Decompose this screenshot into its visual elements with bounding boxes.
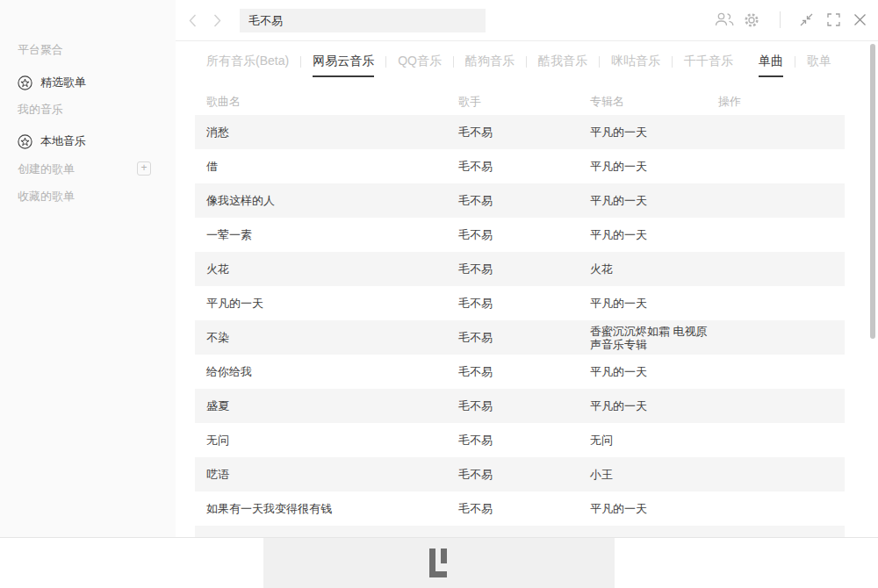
artist-name: 毛不易 [458, 159, 590, 175]
album-name: 平凡的一天 [590, 297, 718, 310]
tabs-row: 所有音乐(Beta)网易云音乐QQ音乐酷狗音乐酷我音乐咪咕音乐千千音乐 单曲歌单 [206, 54, 843, 77]
tab-platform-4[interactable]: 酷我音乐 [538, 54, 587, 77]
album-name: 无问 [590, 434, 718, 447]
tab-divider [795, 56, 795, 68]
sidebar-item-featured-playlists[interactable]: 精选歌单 [18, 75, 86, 90]
type-tabs: 单曲歌单 [759, 54, 843, 77]
sidebar-item-favorited-playlists[interactable]: 收藏的歌单 [18, 189, 75, 204]
star-circle-icon [18, 75, 40, 90]
album-name: 平凡的一天 [590, 365, 718, 378]
album-name: 平凡的一天 [590, 194, 718, 207]
artist-name: 毛不易 [458, 330, 590, 346]
album-name: 小王 [590, 468, 718, 481]
tab-platform-2[interactable]: QQ音乐 [398, 54, 442, 77]
table-row-partial[interactable] [195, 526, 845, 537]
users-icon[interactable] [715, 11, 735, 32]
song-name: 如果有一天我变得很有钱 [195, 501, 458, 517]
sidebar-item-created-playlists[interactable]: 创建的歌单 [18, 161, 75, 177]
tab-platform-0[interactable]: 所有音乐(Beta) [206, 54, 289, 77]
back-icon[interactable] [188, 13, 198, 32]
tab-type-1[interactable]: 歌单 [807, 54, 831, 77]
song-name: 不染 [195, 330, 458, 346]
artist-name: 毛不易 [458, 262, 590, 277]
tab-divider [672, 56, 673, 68]
tab-type-0[interactable]: 单曲 [759, 54, 783, 77]
search-input[interactable] [240, 9, 486, 32]
artist-name: 毛不易 [458, 364, 590, 380]
header-artist: 歌手 [458, 94, 590, 110]
album-name: 平凡的一天 [590, 399, 718, 412]
song-name: 像我这样的人 [195, 193, 458, 209]
album-name: 火花 [590, 262, 718, 276]
tab-divider [300, 56, 301, 68]
artist-name: 毛不易 [458, 296, 590, 312]
table-row[interactable]: 像我这样的人毛不易平凡的一天 [195, 183, 845, 218]
tab-divider [453, 56, 454, 68]
song-name: 无问 [195, 433, 458, 448]
album-name: 香蜜沉沉烬如霜 电视原声音乐专辑 [590, 325, 718, 351]
album-name: 平凡的一天 [590, 160, 718, 173]
tab-platform-6[interactable]: 千千音乐 [684, 54, 733, 77]
track-table: 歌曲名 歌手 专辑名 操作 消愁毛不易平凡的一天借毛不易平凡的一天像我这样的人毛… [195, 88, 845, 537]
song-name: 消愁 [195, 125, 458, 140]
table-row[interactable]: 不染毛不易香蜜沉沉烬如霜 电视原声音乐专辑 [195, 320, 845, 355]
header-song: 歌曲名 [195, 94, 458, 110]
table-row[interactable]: 盛夏毛不易平凡的一天 [195, 389, 845, 423]
player-bar: 词 [0, 537, 878, 588]
vertical-scrollbar[interactable] [870, 44, 875, 339]
tab-divider [599, 56, 600, 68]
track-table-body: 消愁毛不易平凡的一天借毛不易平凡的一天像我这样的人毛不易平凡的一天一荤一素毛不易… [195, 115, 845, 526]
topbar-divider [780, 11, 781, 28]
tab-platform-1[interactable]: 网易云音乐 [313, 54, 374, 77]
gear-icon[interactable] [743, 11, 760, 32]
table-header: 歌曲名 歌手 专辑名 操作 [195, 88, 845, 115]
artist-name: 毛不易 [458, 193, 590, 209]
close-icon[interactable] [853, 13, 867, 30]
star-circle-icon [18, 134, 40, 149]
artist-name: 毛不易 [458, 433, 590, 448]
collapse-icon[interactable] [799, 12, 814, 31]
table-row[interactable]: 呓语毛不易小王 [195, 457, 845, 491]
table-row[interactable]: 如果有一天我变得很有钱毛不易平凡的一天 [195, 491, 845, 526]
sidebar-item-local-music[interactable]: 本地音乐 [18, 133, 86, 149]
tab-platform-3[interactable]: 酷狗音乐 [465, 54, 515, 77]
artist-name: 毛不易 [458, 227, 590, 243]
artist-name: 毛不易 [458, 467, 590, 483]
song-name: 平凡的一天 [195, 296, 458, 312]
album-name: 平凡的一天 [590, 125, 718, 139]
song-name: 火花 [195, 262, 458, 277]
song-name: 借 [195, 159, 458, 175]
table-row[interactable]: 平凡的一天毛不易平凡的一天 [195, 286, 845, 320]
table-row[interactable]: 消愁毛不易平凡的一天 [195, 115, 845, 149]
forward-icon[interactable] [212, 13, 222, 32]
player-center-panel [263, 538, 615, 588]
table-row[interactable]: 给你给我毛不易平凡的一天 [195, 355, 845, 389]
sidebar-section-my-music: 我的音乐 [18, 102, 63, 118]
top-bar [176, 0, 878, 41]
listen1-logo [429, 549, 448, 577]
artist-name: 毛不易 [458, 501, 590, 517]
sidebar-section-platform: 平台聚合 [18, 42, 63, 58]
fullscreen-icon[interactable] [826, 12, 841, 31]
sidebar: 平台聚合 精选歌单 我的音乐 本地音乐 创建的歌单 + 收藏的歌单 [0, 0, 176, 537]
tab-platform-5[interactable]: 咪咕音乐 [611, 54, 660, 77]
add-playlist-button[interactable]: + [137, 161, 151, 176]
table-row[interactable]: 火花毛不易火花 [195, 252, 845, 286]
header-action: 操作 [718, 94, 845, 110]
album-name: 平凡的一天 [590, 228, 718, 241]
song-name: 呓语 [195, 467, 458, 483]
song-name: 给你给我 [195, 364, 458, 380]
tab-divider [526, 56, 527, 68]
header-album: 专辑名 [590, 95, 718, 108]
platform-tabs: 所有音乐(Beta)网易云音乐QQ音乐酷狗音乐酷我音乐咪咕音乐千千音乐 [206, 54, 745, 77]
table-row[interactable]: 无问毛不易无问 [195, 423, 845, 457]
table-row[interactable]: 一荤一素毛不易平凡的一天 [195, 218, 845, 252]
table-row[interactable]: 借毛不易平凡的一天 [195, 149, 845, 183]
artist-name: 毛不易 [458, 398, 590, 414]
sidebar-item-label: 本地音乐 [40, 133, 86, 149]
artist-name: 毛不易 [458, 125, 590, 140]
song-name: 一荤一素 [195, 227, 458, 243]
main-content: 所有音乐(Beta)网易云音乐QQ音乐酷狗音乐酷我音乐咪咕音乐千千音乐 单曲歌单… [176, 42, 878, 537]
album-name: 平凡的一天 [590, 502, 718, 515]
sidebar-item-label: 精选歌单 [40, 75, 86, 90]
